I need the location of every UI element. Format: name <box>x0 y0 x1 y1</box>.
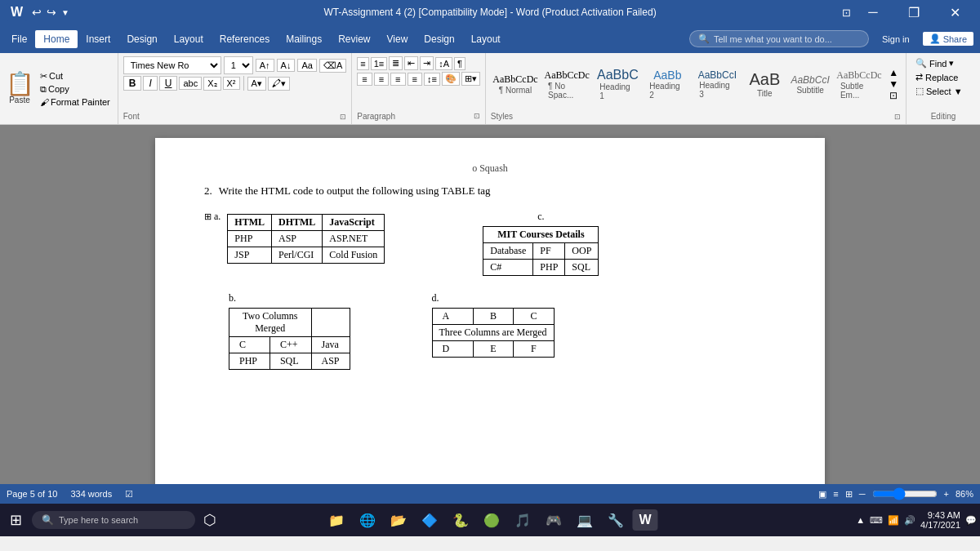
change-case-btn[interactable]: Aa <box>297 59 316 72</box>
part-a-handle: ⊞ <box>204 211 212 221</box>
decrease-indent-btn[interactable]: ⇤ <box>404 56 418 70</box>
align-right-btn[interactable]: ≡ <box>390 73 405 86</box>
menu-design2[interactable]: Design <box>416 30 462 48</box>
minimize-btn[interactable]: ─ <box>854 0 892 24</box>
taskbar-app-4[interactable]: 🔷 <box>415 509 444 531</box>
taskbar-app-7[interactable]: 🎵 <box>508 509 537 531</box>
taskbar-app-8[interactable]: 🎮 <box>539 509 568 531</box>
menu-review[interactable]: Review <box>330 30 378 48</box>
select-btn[interactable]: ⬚ Select ▼ <box>913 84 973 98</box>
menu-insert[interactable]: Insert <box>78 30 118 48</box>
style-no-spacing[interactable]: AaBbCcDc ¶ No Spac... <box>542 67 591 102</box>
sort-btn[interactable]: ↕A <box>435 57 452 70</box>
menu-view[interactable]: View <box>379 30 416 48</box>
cut-btn[interactable]: ✂ Cut <box>38 70 113 82</box>
paste-btn[interactable]: 📋 Paste <box>5 60 34 118</box>
taskbar-search[interactable]: 🔍 Type here to search <box>32 511 195 529</box>
styles-scroll-up[interactable]: ▲ ▼ ⊡ <box>886 65 901 103</box>
undo-btn[interactable]: ↩ <box>32 6 42 19</box>
font-name-select[interactable]: Times New Ro <box>123 56 221 74</box>
superscript-btn[interactable]: X² <box>223 77 240 90</box>
style-subtitle[interactable]: AaBbCcI Subtitle <box>788 72 832 97</box>
font-expand-icon[interactable]: ⊡ <box>340 113 346 121</box>
style-subtle-em[interactable]: AaBbCcDc Subtle Em... <box>835 67 884 102</box>
clear-format-btn[interactable]: ⌫A <box>319 59 346 73</box>
customize-btn[interactable]: ▼ <box>61 8 69 17</box>
style-normal-preview: AaBbCcDc <box>492 73 537 86</box>
taskbar-word-app[interactable]: W <box>632 509 657 531</box>
part-b-label: b. <box>229 292 350 304</box>
paragraph-group: ≡ 1≡ ≣ ⇤ ⇥ ↕A ¶ ≡ ≡ ≡ ≡ ↕≡ 🎨 ⊞▾ Paragrap… <box>352 53 486 124</box>
shrink-font-btn[interactable]: A↓ <box>277 59 296 72</box>
style-heading3[interactable]: AaBbCcI Heading 3 <box>693 67 741 101</box>
find-btn[interactable]: 🔍 Find ▾ <box>913 56 973 70</box>
increase-indent-btn[interactable]: ⇥ <box>420 56 434 70</box>
line-spacing-btn[interactable]: ↕≡ <box>424 73 440 86</box>
task-view-btn[interactable]: ⬡ <box>198 508 221 532</box>
subscript-btn[interactable]: X₂ <box>203 77 220 91</box>
view-read-icon[interactable]: ⊞ <box>845 489 853 500</box>
style-normal[interactable]: AaBbCcDc ¶ Normal <box>491 71 540 97</box>
taskbar-right: ▲ ⌨ 📶 🔊 9:43 AM 4/17/2021 💬 <box>856 510 977 530</box>
align-left-btn[interactable]: ≡ <box>357 73 372 86</box>
taskbar-app-3[interactable]: 📂 <box>384 509 413 531</box>
borders-btn[interactable]: ⊞▾ <box>461 72 480 86</box>
font-label: Font ⊡ <box>123 110 347 121</box>
menu-design[interactable]: Design <box>118 30 165 48</box>
style-heading2[interactable]: AaBb Heading 2 <box>644 66 691 102</box>
menu-file[interactable]: File <box>3 30 35 48</box>
styles-group: AaBbCcDc ¶ Normal AaBbCcDc ¶ No Spac... … <box>486 53 906 124</box>
sign-in-btn[interactable]: Sign in <box>875 33 916 46</box>
font-size-select[interactable]: 12 <box>224 56 253 74</box>
expand-styles-icon: ⊡ <box>889 90 898 101</box>
bold-btn[interactable]: B <box>123 76 142 91</box>
menu-home[interactable]: Home <box>35 30 78 48</box>
menu-layout[interactable]: Layout <box>166 30 212 48</box>
taskbar-app-5[interactable]: 🐍 <box>446 509 475 531</box>
numbering-btn[interactable]: 1≡ <box>371 57 388 70</box>
replace-btn[interactable]: ⇄ Replace <box>913 70 973 84</box>
taskbar-app-2[interactable]: 🌐 <box>353 509 382 531</box>
font-color-btn[interactable]: A▾ <box>247 77 266 91</box>
italic-btn[interactable]: I <box>143 76 157 91</box>
underline-btn[interactable]: U <box>159 76 178 91</box>
share-btn[interactable]: 👤 Share <box>923 32 973 46</box>
menu-layout2[interactable]: Layout <box>463 30 509 48</box>
part-d: d. A B C Three Columns are Merged D E F <box>432 292 555 358</box>
document-page[interactable]: o Squash 2. Write the HTML code to outpu… <box>155 138 825 484</box>
redo-btn[interactable]: ↪ <box>47 6 56 19</box>
start-btn[interactable]: ⊞ <box>3 508 29 532</box>
style-title[interactable]: AaB Title <box>743 68 786 100</box>
grow-font-btn[interactable]: A↑ <box>256 59 274 72</box>
style-heading1[interactable]: AaBbC Heading 1 <box>594 65 641 103</box>
para-expand-icon[interactable]: ⊡ <box>474 112 480 121</box>
view-web-icon[interactable]: ≡ <box>833 489 838 499</box>
highlight-btn[interactable]: 🖍▾ <box>268 77 290 91</box>
shading-btn[interactable]: 🎨 <box>442 72 460 86</box>
justify-btn[interactable]: ≡ <box>408 73 422 86</box>
taskbar-app-1[interactable]: 📁 <box>322 509 351 531</box>
taskbar-app-9[interactable]: 💻 <box>570 509 599 531</box>
bullets-btn[interactable]: ≡ <box>357 57 368 70</box>
restore-btn[interactable]: ❐ <box>895 0 933 24</box>
zoom-slider[interactable] <box>872 487 938 500</box>
view-print-icon[interactable]: ▣ <box>818 489 826 500</box>
menu-references[interactable]: References <box>212 30 278 48</box>
menu-mailings[interactable]: Mailings <box>278 30 330 48</box>
table-row: C C++ Java <box>229 337 350 353</box>
copy-btn[interactable]: ⧉ Copy <box>38 83 113 96</box>
zoom-plus[interactable]: + <box>944 489 949 499</box>
multilevel-btn[interactable]: ≣ <box>389 56 403 70</box>
close-btn[interactable]: ✕ <box>936 0 973 24</box>
taskbar-app-10[interactable]: 🔧 <box>601 509 630 531</box>
taskbar-app-6[interactable]: 🟢 <box>477 509 506 531</box>
style-heading1-label: Heading 1 <box>599 82 635 100</box>
format-painter-btn[interactable]: 🖌 Format Painter <box>38 96 113 108</box>
show-hide-btn[interactable]: ¶ <box>454 57 466 70</box>
font-row1: Times New Ro 12 A↑ A↓ Aa ⌫A <box>123 56 347 74</box>
strikethrough-btn[interactable]: abc <box>179 77 202 90</box>
tell-me-box[interactable]: 🔍 Tell me what you want to do... <box>689 30 869 47</box>
styles-expand-icon[interactable]: ⊡ <box>894 113 901 121</box>
align-center-btn[interactable]: ≡ <box>374 73 389 86</box>
taskbar-notif[interactable]: 💬 <box>965 515 977 526</box>
